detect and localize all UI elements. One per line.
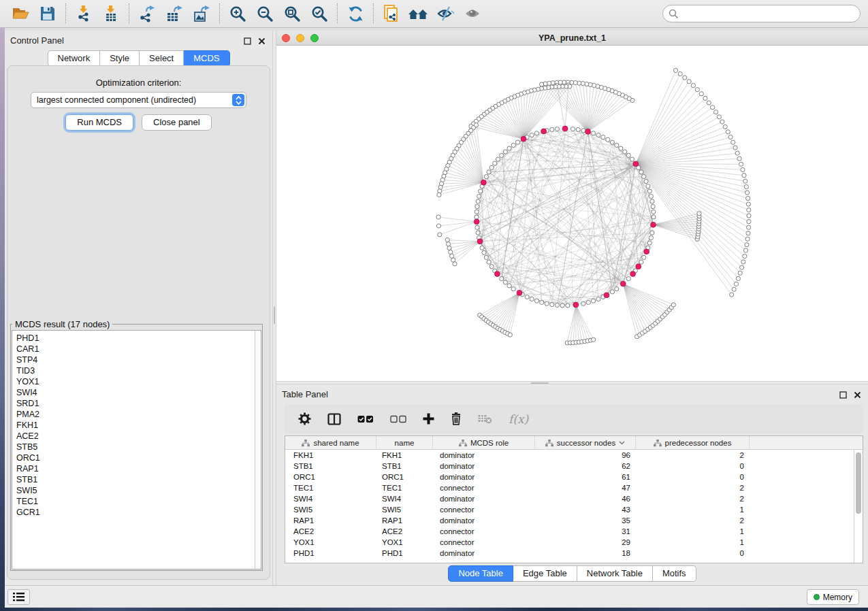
- column-header[interactable]: MCDS role: [433, 436, 535, 450]
- table-row[interactable]: FKH1FKH1dominator962: [285, 450, 863, 461]
- export-network-icon[interactable]: [133, 2, 161, 25]
- mcds-result-item[interactable]: PHD1: [16, 333, 261, 344]
- clone-network-icon[interactable]: [378, 2, 405, 25]
- mcds-result-item[interactable]: TID3: [16, 365, 261, 376]
- hide-selected-icon[interactable]: [432, 2, 460, 25]
- criterion-value: largest connected component (undirected): [37, 95, 196, 105]
- column-header[interactable]: name: [376, 436, 433, 450]
- float-panel-icon[interactable]: [839, 389, 847, 401]
- tab-style[interactable]: Style: [100, 50, 140, 67]
- refresh-icon[interactable]: [342, 2, 369, 25]
- mcds-result-item[interactable]: ORC1: [16, 452, 261, 463]
- table-row[interactable]: SWI4SWI4dominator462: [285, 493, 863, 504]
- zoom-in-icon[interactable]: [224, 2, 251, 25]
- mcds-result-item[interactable]: CAR1: [16, 344, 261, 354]
- list-scrollbar[interactable]: [255, 331, 261, 569]
- mcds-result-item[interactable]: FKH1: [16, 420, 261, 431]
- mcds-result-list[interactable]: PHD1CAR1STP4TID3YOX1SWI4SRD1PMA2FKH1ACE2…: [12, 330, 261, 569]
- tab-motifs[interactable]: Motifs: [653, 565, 696, 582]
- open-file-icon[interactable]: [7, 2, 34, 25]
- desktop-wallpaper-left: [0, 28, 5, 608]
- mcds-result-item[interactable]: ACE2: [16, 431, 261, 442]
- zoom-out-icon[interactable]: [251, 2, 278, 25]
- mcds-result-item[interactable]: PMA2: [16, 409, 261, 420]
- task-history-button[interactable]: [7, 589, 30, 605]
- network-window-titlebar[interactable]: YPA_prune.txt_1: [276, 31, 868, 46]
- desktop-wallpaper-bottom: [0, 608, 868, 611]
- network-view-window: YPA_prune.txt_1: [276, 31, 868, 381]
- save-session-icon[interactable]: [34, 2, 61, 25]
- float-panel-icon[interactable]: [244, 35, 251, 48]
- delete-table-icon: [478, 413, 492, 425]
- deselect-all-icon[interactable]: [390, 415, 406, 423]
- first-neighbors-icon[interactable]: [405, 2, 432, 25]
- export-image-icon[interactable]: [188, 2, 215, 25]
- attribute-tree-icon: [654, 440, 662, 447]
- status-bar: Memory: [5, 585, 868, 608]
- table-row[interactable]: YOX1YOX1connector291: [285, 537, 863, 548]
- control-panel: Control Panel Network Style Select MCDS …: [5, 31, 272, 585]
- table-body: FKH1FKH1dominator962STB1STB1dominator620…: [285, 450, 863, 559]
- table-row[interactable]: PHD1PHD1dominator180: [285, 548, 863, 559]
- import-network-icon[interactable]: [70, 2, 97, 25]
- add-column-icon[interactable]: [423, 413, 434, 425]
- column-header[interactable]: predecessor nodes: [636, 436, 750, 450]
- window-zoom-icon[interactable]: [310, 34, 319, 42]
- column-header[interactable]: successor nodes: [535, 436, 636, 450]
- scrollbar-thumb[interactable]: [856, 452, 861, 514]
- table-row[interactable]: ORC1ORC1dominator610: [285, 472, 863, 482]
- network-canvas[interactable]: [276, 46, 868, 380]
- mcds-result-item[interactable]: SWI4: [16, 387, 261, 398]
- mcds-result-item[interactable]: TEC1: [16, 496, 261, 507]
- sort-chevron-icon: [619, 441, 625, 445]
- table-row[interactable]: ACE2ACE2connector311: [285, 526, 863, 537]
- mcds-result-item[interactable]: STP4: [16, 354, 261, 365]
- mcds-result-item[interactable]: GCR1: [16, 507, 261, 518]
- table-row[interactable]: SWI5SWI5connector431: [285, 504, 863, 515]
- close-panel-icon[interactable]: [854, 389, 861, 401]
- close-panel-icon[interactable]: [258, 35, 266, 48]
- tab-mcds[interactable]: MCDS: [184, 50, 229, 67]
- zoom-selected-icon[interactable]: [306, 2, 333, 25]
- criterion-dropdown[interactable]: largest connected component (undirected): [31, 92, 246, 108]
- table-scrollbar[interactable]: [854, 450, 863, 563]
- toolbar-separator: [373, 3, 374, 24]
- table-row[interactable]: RAP1RAP1dominator352: [285, 515, 863, 526]
- mcds-result-item[interactable]: SWI5: [16, 485, 261, 496]
- mcds-result-item[interactable]: RAP1: [16, 463, 261, 474]
- mcds-result-item[interactable]: STB5: [16, 442, 261, 452]
- table-toolbar: f(x): [285, 403, 863, 434]
- mcds-result-item[interactable]: STB1: [16, 474, 261, 485]
- search-input[interactable]: [662, 5, 861, 22]
- export-table-icon[interactable]: [161, 2, 188, 25]
- table-row[interactable]: STB1STB1dominator620: [285, 461, 863, 472]
- mcds-result-item[interactable]: SRD1: [16, 398, 261, 409]
- search-icon: [669, 9, 679, 19]
- tab-node-table[interactable]: Node Table: [448, 565, 513, 582]
- zoom-fit-icon[interactable]: [278, 2, 306, 25]
- optimization-criterion-label: Optimization criterion:: [7, 78, 270, 88]
- tab-network[interactable]: Network: [47, 50, 100, 67]
- toolbar-separator: [337, 3, 338, 24]
- table-settings-icon[interactable]: [298, 412, 311, 425]
- attribute-tree-icon: [302, 440, 310, 447]
- tab-select[interactable]: Select: [140, 50, 184, 67]
- import-table-icon[interactable]: [97, 2, 125, 25]
- window-minimize-icon[interactable]: [296, 34, 304, 42]
- window-close-icon[interactable]: [282, 34, 290, 42]
- table-row[interactable]: TEC1TEC1connector472: [285, 482, 863, 493]
- run-mcds-button[interactable]: Run MCDS: [65, 114, 133, 131]
- tab-network-table[interactable]: Network Table: [577, 565, 653, 582]
- show-graphics-icon[interactable]: [460, 2, 487, 25]
- delete-column-icon[interactable]: [451, 412, 462, 425]
- toolbar-separator: [219, 3, 220, 24]
- function-builder-icon: f(x): [509, 412, 528, 426]
- tab-edge-table[interactable]: Edge Table: [513, 565, 577, 582]
- column-header[interactable]: shared name: [285, 436, 376, 450]
- show-columns-icon[interactable]: [327, 413, 341, 425]
- select-all-icon[interactable]: [357, 415, 374, 423]
- close-panel-button[interactable]: Close panel: [142, 114, 212, 131]
- memory-button[interactable]: Memory: [807, 589, 859, 605]
- mcds-result-group: MCDS result (17 nodes) PHD1CAR1STP4TID3Y…: [10, 319, 263, 571]
- mcds-result-item[interactable]: YOX1: [16, 376, 261, 387]
